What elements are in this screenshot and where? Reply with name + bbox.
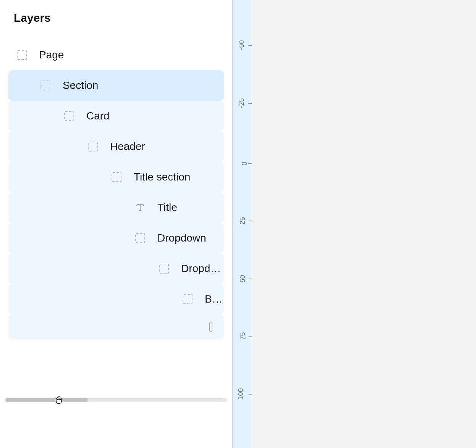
frame-icon — [134, 232, 146, 244]
grab-cursor-icon — [53, 395, 64, 405]
horizontal-scrollbar-track[interactable] — [5, 398, 227, 402]
layer-label: Bu… — [193, 293, 224, 305]
frame-icon — [182, 293, 193, 305]
panel-title: Layers — [0, 0, 232, 40]
layer-item-card[interactable]: Card — [8, 101, 224, 131]
ruler-tick: -50 — [236, 41, 252, 49]
vertical-ruler: -50 -25 0 25 50 75 100 — [232, 0, 252, 448]
ruler-tick: 75 — [239, 332, 252, 340]
layer-item-dropdown-nested[interactable]: Dropdo… — [8, 253, 224, 284]
tick-label: 0 — [240, 161, 248, 165]
layer-label: Header — [99, 140, 145, 153]
ruler-tick: 100 — [235, 390, 252, 398]
layer-item-section[interactable]: Section — [8, 70, 224, 101]
layer-label: Title — [146, 201, 177, 214]
layer-item-title-section[interactable]: Title section — [8, 162, 224, 192]
frame-icon — [16, 49, 28, 61]
layers-panel: Layers Page Section Card Header Title se… — [0, 0, 232, 448]
layer-label: Section — [51, 79, 98, 92]
layer-label: Card — [75, 110, 110, 122]
layer-item-header[interactable]: Header — [8, 131, 224, 162]
layer-item-page[interactable]: Page — [8, 40, 224, 70]
layer-item-button-nested[interactable]: Bu… — [8, 284, 224, 314]
tick-mark-icon — [248, 394, 252, 395]
frame-icon — [158, 263, 170, 274]
layer-label: Title section — [122, 171, 190, 183]
tick-label: 25 — [238, 217, 246, 224]
overflow-indicator-icon — [209, 322, 212, 332]
layer-item-dropdown[interactable]: Dropdown — [8, 223, 224, 253]
ruler-tick: -25 — [236, 99, 252, 107]
canvas-area[interactable] — [252, 0, 476, 448]
tick-mark-icon — [248, 221, 252, 221]
frame-icon — [111, 171, 122, 183]
layer-item-overflow[interactable] — [8, 314, 224, 340]
tick-mark-icon — [248, 336, 252, 337]
layer-label: Dropdo… — [170, 263, 224, 275]
horizontal-scrollbar-thumb[interactable] — [5, 398, 88, 402]
tick-mark-icon — [248, 103, 252, 104]
tick-label: 100 — [236, 388, 244, 400]
layer-selected-group: Section Card Header Title section — [8, 70, 224, 340]
frame-icon — [63, 110, 75, 122]
layer-label: Page — [28, 49, 64, 61]
tick-label: -50 — [237, 40, 245, 50]
ruler-tick: 0 — [243, 160, 252, 168]
frame-icon — [40, 80, 51, 91]
tick-label: -25 — [237, 98, 245, 108]
tick-label: 50 — [238, 275, 246, 282]
layer-label: Dropdown — [146, 232, 206, 244]
layer-item-title[interactable]: Title — [8, 192, 224, 223]
ruler-tick: 50 — [239, 275, 252, 283]
layer-list: Page Section Card Header Title section — [0, 40, 232, 340]
text-icon — [134, 202, 146, 213]
tick-mark-icon — [248, 45, 252, 46]
ruler-tick: 25 — [239, 217, 252, 225]
tick-mark-icon — [248, 279, 252, 279]
tick-label: 75 — [238, 332, 246, 340]
frame-icon — [87, 141, 99, 152]
